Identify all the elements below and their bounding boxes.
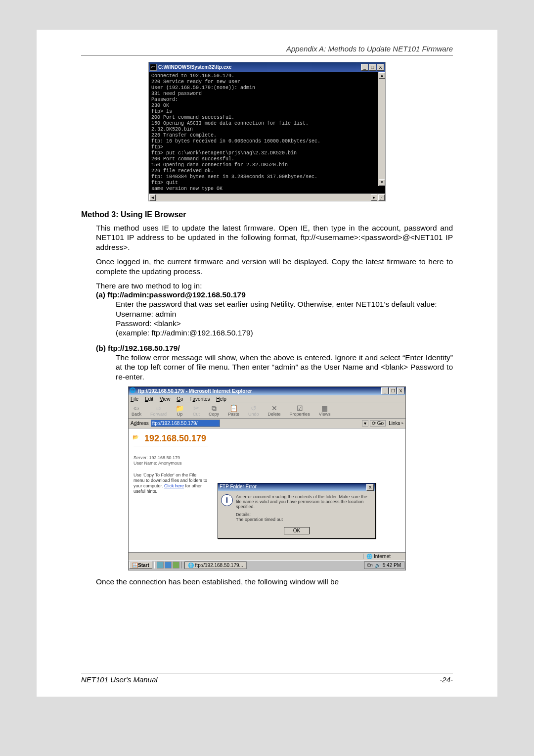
ql-outlook-icon[interactable] (173, 562, 179, 568)
resize-grip-icon[interactable]: ⋰ (378, 194, 385, 201)
links-chevron-icon[interactable]: » (401, 421, 403, 425)
menu-file[interactable]: File (131, 396, 138, 402)
page-header: Appendix A: Methods to Update NET101 Fir… (81, 45, 453, 53)
ie-titlebar: 🌐 ftp://192.168.50.179/ - Microsoft Inte… (129, 387, 405, 395)
method3-p2: Once logged in, the current firmware and… (96, 257, 453, 276)
tool-up[interactable]: 📁Up (176, 405, 184, 417)
tool-forward: ⇨Forward (150, 405, 167, 417)
menu-go[interactable]: Go (177, 396, 183, 402)
minimize-button[interactable]: _ (361, 64, 368, 71)
ie-server-info: Server: 192.168.50.179 User Name: Anonym… (134, 455, 400, 466)
tool-paste[interactable]: 📋Paste (228, 405, 239, 417)
start-button[interactable]: 🪟Start (129, 562, 152, 569)
scroll-down-icon[interactable]: ▼ (379, 179, 385, 186)
tray-lang-icon[interactable]: En (367, 563, 373, 567)
dialog-details-label: Details: (236, 512, 372, 517)
ie-window: 🌐 ftp://192.168.50.179/ - Microsoft Inte… (128, 386, 406, 570)
method3-a-enter: Enter the password that was set earlier … (116, 299, 453, 309)
method3-p3: There are two method to log in: (96, 281, 453, 290)
scroll-left-icon[interactable]: ◄ (149, 194, 156, 201)
menu-favorites[interactable]: Favorites (189, 396, 210, 402)
tool-undo: ↺Undo (248, 405, 259, 417)
undo-icon: ↺ (251, 405, 257, 412)
cmd-output: Connected to 192.168.50.179. 220 Service… (149, 72, 385, 193)
folder-up-icon: 📁 (176, 405, 184, 412)
ie-hint: Use 'Copy To Folder' on the File menu to… (134, 472, 208, 494)
scroll-right-icon[interactable]: ► (371, 194, 377, 201)
cmd-vscroll[interactable]: ▲ ▼ (378, 72, 385, 186)
cmd-title: C:\WINDOWS\System32\ftp.exe (158, 64, 360, 70)
method3-heading: Method 3: Using IE Browser (81, 210, 453, 219)
properties-icon: ☑ (297, 405, 303, 412)
example-open: (example: (116, 329, 151, 337)
arrow-left-icon: ⇦ (134, 405, 139, 412)
method3-b-title: (b) ftp://192.168.50.179/ (96, 344, 453, 353)
dialog-title: FTP Folder Error (220, 484, 366, 491)
ie-menubar[interactable]: File Edit View Go Favorites Help (129, 395, 405, 403)
info-icon: i (221, 494, 233, 506)
system-tray[interactable]: En 🔊 5:42 PM (364, 562, 404, 569)
views-icon: ▦ (321, 405, 328, 412)
delete-icon: ✕ (271, 405, 277, 412)
ql-ie-icon[interactable] (165, 562, 172, 568)
tool-views[interactable]: ▦Views (319, 405, 331, 417)
quicklaunch[interactable] (154, 562, 182, 568)
address-label: Address (131, 421, 149, 426)
cut-icon: ✂ (193, 405, 199, 412)
tool-cut: ✂Cut (193, 405, 200, 417)
ql-desktop-icon[interactable] (157, 562, 164, 568)
example-close: ) (251, 329, 253, 337)
scroll-up-icon[interactable]: ▲ (379, 72, 385, 79)
menu-view[interactable]: View (160, 396, 171, 402)
method3-b-text: The follow error message will show, when… (116, 353, 453, 381)
maximize-button[interactable]: □ (369, 64, 376, 71)
taskbar-item[interactable]: 🌐 ftp://192.168.50.179... (184, 562, 247, 569)
tool-copy[interactable]: ⧉Copy (209, 405, 219, 417)
example-url: ftp://admin:@192.168.50.179 (151, 329, 250, 337)
tool-back[interactable]: ⇦Back (132, 405, 141, 417)
dialog-close-button[interactable]: X (366, 484, 374, 491)
method3-a-example: (example: ftp://admin:@192.168.50.179) (116, 328, 453, 337)
ie-content: 📂 192.168.50.179 Server: 192.168.50.179 … (129, 428, 405, 552)
arrow-right-icon: ⇨ (156, 405, 162, 412)
taskbar: 🪟Start 🌐 ftp://192.168.50.179... En 🔊 5:… (129, 560, 405, 570)
ie-close-button[interactable]: X (397, 387, 404, 394)
ie-restore-button[interactable]: ❐ (389, 387, 397, 394)
go-button[interactable]: ⟳ Go (370, 420, 386, 426)
method3-p1: This method uses IE to update the latest… (96, 223, 453, 252)
cmd-hscroll[interactable]: ◄ ► ⋰ (149, 193, 385, 201)
user-line: User Name: Anonymous (134, 461, 400, 466)
dialog-titlebar: FTP Folder Error X (218, 483, 375, 491)
click-here-link[interactable]: Click here (164, 483, 184, 488)
ie-addressbar: Address ftp://192.168.50.179/ ▾ ⟳ Go Lin… (129, 419, 405, 428)
method3-a-password: Password: <blank> (116, 319, 453, 328)
tool-properties[interactable]: ☑Properties (290, 405, 310, 417)
menu-help[interactable]: Help (216, 396, 226, 402)
ie-statusbar: 🌐 Internet (129, 552, 405, 560)
tool-delete[interactable]: ✕Delete (268, 405, 281, 417)
links-label[interactable]: Links (389, 421, 400, 426)
footer-right: -24- (440, 675, 453, 684)
cmd-window: c:\ C:\WINDOWS\System32\ftp.exe _ □ X Co… (148, 62, 386, 201)
zone-indicator: 🌐 Internet (363, 554, 405, 559)
tray-time: 5:42 PM (383, 563, 401, 568)
cmd-titlebar: c:\ C:\WINDOWS\System32\ftp.exe _ □ X (149, 62, 385, 72)
ie-icon: 🌐 (130, 387, 136, 394)
dialog-details: The operation timed out (236, 517, 372, 522)
ie-page-title: 192.168.50.179 (144, 433, 400, 444)
copy-icon: ⧉ (212, 405, 217, 412)
paste-icon: 📋 (229, 405, 238, 412)
dialog-message: An error occurred reading the contents o… (236, 494, 372, 509)
address-dropdown-icon[interactable]: ▾ (362, 420, 368, 426)
close-button[interactable]: X (377, 64, 384, 71)
folder-icon: 📂 (133, 434, 138, 440)
ftp-folder-error-dialog: FTP Folder Error X i An error occurred r… (218, 483, 376, 539)
ie-minimize-button[interactable]: _ (381, 387, 389, 394)
address-input[interactable]: ftp://192.168.50.179/ (151, 420, 220, 427)
menu-edit[interactable]: Edit (145, 396, 153, 402)
header-rule (81, 55, 453, 56)
tray-volume-icon[interactable]: 🔊 (375, 563, 381, 568)
ie-toolbar: ⇦Back ⇨Forward 📁Up ✂Cut ⧉Copy 📋Paste ↺Un… (129, 403, 405, 419)
ie-title-text: ftp://192.168.50.179/ - Microsoft Intern… (138, 388, 381, 394)
dialog-ok-button[interactable]: OK (284, 527, 310, 534)
